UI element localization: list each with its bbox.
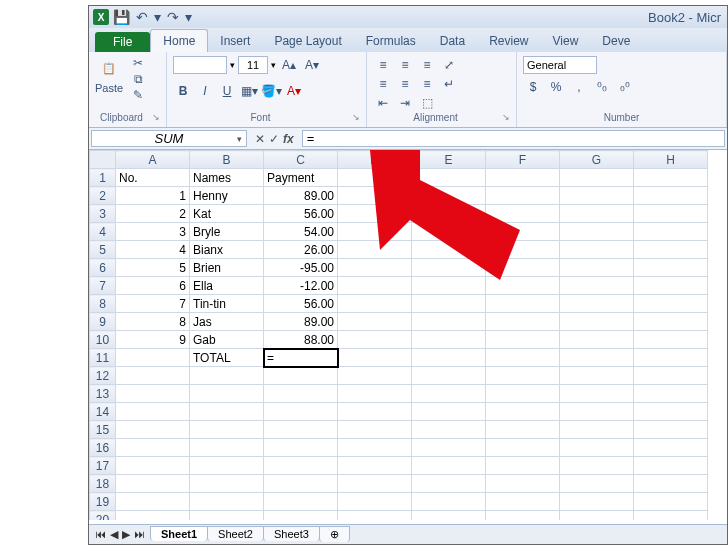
row-header-19[interactable]: 19 [90, 493, 116, 511]
cancel-icon[interactable]: ✕ [255, 132, 265, 146]
cell-C19[interactable] [264, 493, 338, 511]
sheet-nav-prev-icon[interactable]: ◀ [110, 528, 118, 541]
cell-D14[interactable] [338, 403, 412, 421]
bold-button[interactable]: B [173, 82, 193, 100]
save-icon[interactable]: 💾 [113, 9, 130, 25]
cell-F1[interactable] [486, 169, 560, 187]
cell-A1[interactable]: No. [116, 169, 190, 187]
cell-D4[interactable] [338, 223, 412, 241]
cell-B20[interactable] [190, 511, 264, 521]
cell-E6[interactable] [412, 259, 486, 277]
cell-A11[interactable] [116, 349, 190, 367]
cell-D13[interactable] [338, 385, 412, 403]
cut-icon[interactable]: ✂ [129, 56, 147, 70]
cell-H3[interactable] [634, 205, 708, 223]
grow-font-icon[interactable]: A▴ [279, 56, 299, 74]
cell-H12[interactable] [634, 367, 708, 385]
cell-H6[interactable] [634, 259, 708, 277]
cell-E17[interactable] [412, 457, 486, 475]
cell-F12[interactable] [486, 367, 560, 385]
cell-F17[interactable] [486, 457, 560, 475]
fx-icon[interactable]: fx [283, 132, 294, 146]
cell-G16[interactable] [560, 439, 634, 457]
border-icon[interactable]: ▦▾ [239, 82, 259, 100]
cell-F7[interactable] [486, 277, 560, 295]
cell-D10[interactable] [338, 331, 412, 349]
cell-C11[interactable]: = [264, 349, 338, 367]
cell-A13[interactable] [116, 385, 190, 403]
launcher-icon[interactable]: ↘ [352, 112, 360, 122]
row-header-10[interactable]: 10 [90, 331, 116, 349]
cell-E18[interactable] [412, 475, 486, 493]
cell-H10[interactable] [634, 331, 708, 349]
cell-B18[interactable] [190, 475, 264, 493]
cell-G20[interactable] [560, 511, 634, 521]
align-center-icon[interactable]: ≡ [395, 75, 415, 93]
cell-D15[interactable] [338, 421, 412, 439]
align-middle-icon[interactable]: ≡ [395, 56, 415, 74]
col-header-G[interactable]: G [560, 151, 634, 169]
cell-F11[interactable] [486, 349, 560, 367]
cell-B11[interactable]: TOTAL [190, 349, 264, 367]
cell-H8[interactable] [634, 295, 708, 313]
tab-view[interactable]: View [541, 30, 591, 52]
row-header-2[interactable]: 2 [90, 187, 116, 205]
row-header-13[interactable]: 13 [90, 385, 116, 403]
cell-C3[interactable]: 56.00 [264, 205, 338, 223]
align-top-icon[interactable]: ≡ [373, 56, 393, 74]
cell-C15[interactable] [264, 421, 338, 439]
sheet-nav-next-icon[interactable]: ▶ [122, 528, 130, 541]
row-header-11[interactable]: 11 [90, 349, 116, 367]
cell-G7[interactable] [560, 277, 634, 295]
format-painter-icon[interactable]: ✎ [129, 88, 147, 102]
tab-developer[interactable]: Deve [590, 30, 642, 52]
new-sheet-icon[interactable]: ⊕ [319, 526, 350, 542]
row-header-20[interactable]: 20 [90, 511, 116, 521]
sheet-tab-1[interactable]: Sheet1 [150, 526, 208, 541]
wrap-text-icon[interactable]: ↵ [439, 75, 459, 93]
italic-button[interactable]: I [195, 82, 215, 100]
copy-icon[interactable]: ⧉ [129, 72, 147, 86]
cell-D1[interactable] [338, 169, 412, 187]
cell-F8[interactable] [486, 295, 560, 313]
cell-C14[interactable] [264, 403, 338, 421]
cell-G12[interactable] [560, 367, 634, 385]
row-header-5[interactable]: 5 [90, 241, 116, 259]
launcher-icon[interactable]: ↘ [502, 112, 510, 122]
cell-D2[interactable] [338, 187, 412, 205]
cell-H20[interactable] [634, 511, 708, 521]
cell-D9[interactable] [338, 313, 412, 331]
cell-E13[interactable] [412, 385, 486, 403]
cell-F3[interactable] [486, 205, 560, 223]
row-header-7[interactable]: 7 [90, 277, 116, 295]
cell-G3[interactable] [560, 205, 634, 223]
cell-F18[interactable] [486, 475, 560, 493]
cell-F14[interactable] [486, 403, 560, 421]
cell-E19[interactable] [412, 493, 486, 511]
cell-D8[interactable] [338, 295, 412, 313]
launcher-icon[interactable]: ↘ [152, 112, 160, 122]
font-dd-icon[interactable]: ▾ [230, 60, 235, 70]
font-size-input[interactable] [238, 56, 268, 74]
cell-F2[interactable] [486, 187, 560, 205]
row-header-6[interactable]: 6 [90, 259, 116, 277]
row-header-14[interactable]: 14 [90, 403, 116, 421]
underline-button[interactable]: U [217, 82, 237, 100]
cell-B7[interactable]: Ella [190, 277, 264, 295]
orientation-icon[interactable]: ⤢ [439, 56, 459, 74]
sheet-nav-last-icon[interactable]: ⏭ [134, 528, 145, 541]
cell-H4[interactable] [634, 223, 708, 241]
cell-C18[interactable] [264, 475, 338, 493]
inc-decimal-icon[interactable]: ⁰₀ [592, 78, 612, 96]
cell-E16[interactable] [412, 439, 486, 457]
cell-B16[interactable] [190, 439, 264, 457]
tab-home[interactable]: Home [150, 29, 208, 52]
cell-A6[interactable]: 5 [116, 259, 190, 277]
cell-A16[interactable] [116, 439, 190, 457]
row-header-15[interactable]: 15 [90, 421, 116, 439]
cell-B9[interactable]: Jas [190, 313, 264, 331]
cell-E8[interactable] [412, 295, 486, 313]
cell-B19[interactable] [190, 493, 264, 511]
cell-H18[interactable] [634, 475, 708, 493]
cell-E20[interactable] [412, 511, 486, 521]
